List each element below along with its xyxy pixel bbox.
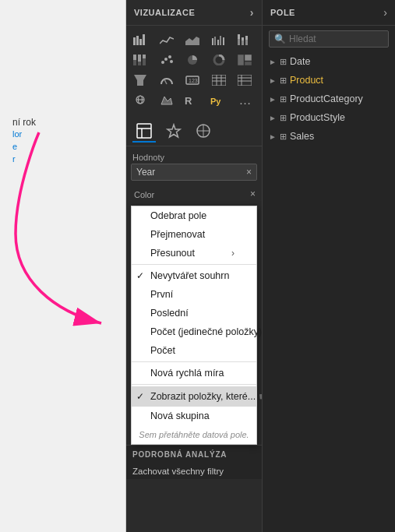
field-tree-item-sales[interactable]: ► ⊞ Sales [263,127,395,146]
menu-item-prvni[interactable]: První [132,285,256,304]
svg-rect-2 [136,36,139,45]
svg-rect-18 [133,55,136,60]
menu-item-pocet[interactable]: Počet [132,341,256,360]
analysis-header: PODROBNÁ ANALÝZA [126,446,262,463]
viz-icon-pie[interactable] [182,51,203,69]
viz-icon-map2[interactable] [156,91,178,110]
svg-rect-30 [245,55,252,61]
viz-tab-format[interactable] [162,121,185,143]
viz-icon-treemap[interactable] [234,51,256,69]
rok-label: ní rok [6,117,119,128]
menu-item-presunout[interactable]: Přesunout › [132,244,256,262]
svg-rect-50 [137,124,151,138]
analysis-section: PODROBNÁ ANALÝZA Zachovat všechny filtry [126,445,262,479]
left-link-2[interactable]: e [6,140,119,153]
menu-item-odebrat[interactable]: Odebrat pole [132,206,256,225]
color-remove-btn[interactable]: × [250,188,256,199]
svg-rect-8 [217,40,219,45]
menu-item-novaRychla[interactable]: Nová rychlá míra [132,364,256,382]
viz-icon-scatter[interactable] [156,51,178,69]
table-icon-product: ⊞ [280,76,287,86]
menu-item-posledni[interactable]: Poslední [132,304,256,322]
viz-icon-gauge[interactable] [156,71,178,90]
field-tree-item-productstyle[interactable]: ► ⊞ ProductStyle [263,108,395,127]
svg-rect-6 [212,38,213,45]
viz-icon-map1[interactable] [129,91,151,110]
viz-icon-table[interactable] [208,71,230,90]
svg-rect-14 [242,37,244,41]
left-link-1[interactable]: lor [6,128,119,140]
svg-point-24 [164,58,168,61]
analysis-item-filters[interactable]: Zachovat všechny filtry [126,463,262,479]
year-field-pill[interactable]: Year × [131,164,257,181]
menu-item-zobrazit[interactable]: ✓ Zobrazit položky, které... ☛ [132,386,256,407]
svg-rect-41 [238,75,252,86]
fields-panel-header: POLE › [263,0,395,26]
viz-icon-more[interactable]: … [234,91,256,110]
viz-panel-title: VIZUALIZACE [134,8,195,17]
svg-rect-16 [245,36,248,40]
field-tree-label-product: Product [290,75,389,86]
menu-item-odebrat-label: Odebrat pole [150,210,206,221]
left-link-3[interactable]: r [6,153,119,165]
viz-icon-R[interactable]: R [182,91,203,110]
viz-icon-card[interactable]: 123 [182,71,203,90]
svg-rect-20 [138,55,141,62]
menu-item-novaRychla-label: Nová rychlá míra [150,368,224,379]
viz-icon-area[interactable] [182,30,203,49]
viz-icon-matrix[interactable] [234,71,256,90]
menu-item-nevytvaretSouhrn-label: Nevytvářet souhrn [150,270,229,281]
viz-icon-bar[interactable] [129,30,151,49]
viz-icon-donut[interactable] [208,51,230,69]
field-tree-item-product[interactable]: ► ⊞ Product [263,71,395,90]
menu-item-nevytvaretSouhrn[interactable]: ✓ Nevytvářet souhrn [132,266,256,285]
field-tree-item-date[interactable]: ► ⊞ Date [263,52,395,71]
drop-info-text: Sem přetáhněte datová pole. [132,425,256,444]
check-icon: ✓ [136,270,144,281]
viz-panel-collapse[interactable]: › [250,6,254,19]
year-remove-btn[interactable]: × [246,167,252,178]
menu-item-pocetJedine-label: Počet (jedinečné položky) [150,326,262,337]
viz-icon-Py[interactable]: Py [208,91,230,110]
fields-panel: POLE › 🔍 ► ⊞ Date ► ⊞ Product ► ⊞ Produc… [263,0,395,532]
viz-tabs [126,118,262,146]
viz-icon-multibar[interactable] [208,30,230,49]
menu-item-pocetJedine[interactable]: Počet (jedinečné položky) [132,322,256,341]
field-tree-item-productcategory[interactable]: ► ⊞ ProductCategory [263,90,395,108]
fields-panel-collapse[interactable]: › [383,6,387,19]
svg-rect-1 [133,37,136,45]
fields-panel-title: POLE [270,8,295,17]
menu-item-prejmenovat-label: Přejmenovat [150,229,205,240]
svg-rect-31 [245,62,252,65]
menu-item-pocet-label: Počet [150,345,175,356]
submenu-arrow-icon: › [231,248,235,259]
svg-rect-36 [212,75,226,86]
menu-item-prejmenovat[interactable]: Přejmenovat [132,225,256,244]
fields-search-input[interactable] [289,33,383,44]
viz-icon-100stack[interactable] [129,51,151,69]
svg-text:Py: Py [210,97,221,106]
table-icon-sales: ⊞ [280,132,287,142]
expand-productcategory-icon: ► [269,95,277,104]
menu-item-zobrazit-label: Zobrazit položky, které... [150,391,256,402]
viz-tab-fields[interactable] [132,121,156,143]
svg-rect-22 [143,55,146,58]
expand-date-icon: ► [269,58,277,66]
fields-search-box[interactable]: 🔍 [269,30,389,48]
svg-rect-29 [238,55,244,65]
menu-item-novaSkupina[interactable]: Nová skupina [132,407,256,425]
svg-point-23 [161,61,164,64]
viz-icon-stacked[interactable] [234,30,256,49]
hodnoty-section: Hodnoty Year × [126,146,262,185]
svg-marker-5 [185,37,199,45]
expand-sales-icon: ► [269,132,277,141]
viz-icon-funnel[interactable] [129,71,151,90]
viz-tab-analytics[interactable] [192,121,215,143]
svg-marker-32 [134,75,146,86]
search-icon: 🔍 [274,33,286,44]
viz-icons-grid: 123 R Py … [126,26,262,115]
field-tree-label-productcategory: ProductCategory [290,93,389,104]
menu-item-presunout-label: Přesunout [150,248,195,259]
color-section: Color × [126,185,262,206]
viz-icon-line[interactable] [156,30,178,49]
